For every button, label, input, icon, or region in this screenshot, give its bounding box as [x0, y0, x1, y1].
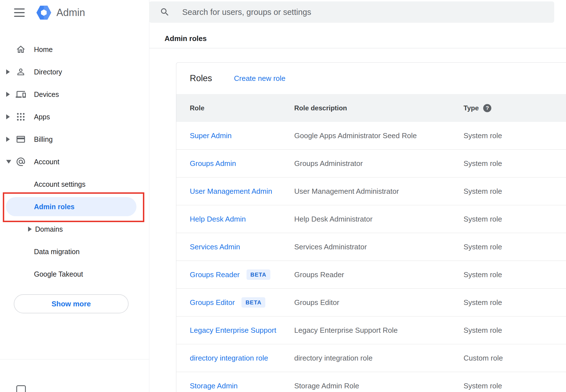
devices-icon: [16, 89, 26, 99]
role-cell: Groups Editor BETA: [190, 297, 265, 308]
role-cell: User Management Admin: [190, 187, 272, 196]
menu-icon[interactable]: [14, 8, 25, 17]
beta-badge: BETA: [241, 297, 265, 308]
role-cell: Help Desk Admin: [190, 215, 246, 224]
role-link[interactable]: Storage Admin: [190, 382, 238, 390]
role-link[interactable]: Groups Editor: [190, 298, 235, 307]
expand-arrow-icon[interactable]: [6, 92, 10, 97]
table-row: User Management Admin User Management Ad…: [176, 177, 566, 205]
sidebar-item-label: Billing: [34, 135, 53, 143]
card-header: Roles Create new role: [176, 63, 566, 94]
role-link[interactable]: Help Desk Admin: [190, 215, 246, 224]
home-icon: [16, 44, 26, 54]
search-icon[interactable]: [160, 7, 170, 17]
sidebar-item-domains[interactable]: Domains: [0, 218, 149, 240]
brand[interactable]: Admin: [36, 5, 85, 20]
search-bar: [149, 1, 554, 23]
sidebar-nav: Home Directory Devices: [0, 38, 149, 285]
role-link[interactable]: Services Admin: [190, 243, 240, 251]
role-type: System role: [464, 270, 502, 279]
role-cell: Legacy Enterprise Support: [190, 326, 276, 335]
sidebar-item-billing[interactable]: Billing: [0, 128, 149, 151]
role-description: Google Apps Administrator Seed Role: [294, 131, 417, 140]
role-description: Storage Admin Role: [294, 382, 359, 390]
role-description: directory integration role: [294, 354, 373, 363]
role-link[interactable]: Legacy Enterprise Support: [190, 326, 276, 335]
page-title: Roles: [190, 73, 212, 83]
help-icon[interactable]: ?: [483, 104, 491, 112]
role-link[interactable]: Super Admin: [190, 131, 232, 140]
role-type: System role: [464, 187, 502, 196]
sidebar-item-label: Directory: [34, 68, 62, 76]
column-header-type: Type ?: [464, 104, 491, 112]
sidebar-item-label: Admin roles: [34, 203, 74, 211]
partial-sidebar-icon: [16, 385, 26, 392]
brand-name: Admin: [56, 7, 85, 19]
role-link[interactable]: Groups Admin: [190, 159, 236, 168]
roles-table-body: Super Admin Google Apps Administrator Se…: [176, 122, 566, 392]
sidebar-item-label: Domains: [35, 225, 63, 233]
table-row: directory integration role directory int…: [176, 344, 566, 372]
sidebar-item-home[interactable]: Home: [0, 38, 149, 61]
sidebar-header: Admin: [0, 0, 149, 25]
role-cell: Groups Reader BETA: [190, 270, 270, 280]
billing-icon: [16, 134, 26, 144]
sidebar-item-devices[interactable]: Devices: [0, 83, 149, 106]
apps-icon: [16, 112, 26, 122]
role-type: System role: [464, 298, 502, 307]
role-type: System role: [464, 326, 502, 335]
role-description: Groups Editor: [294, 298, 339, 307]
role-cell: directory integration role: [190, 354, 268, 363]
table-row: Groups Editor BETA Groups Editor System …: [176, 289, 566, 316]
table-row: Legacy Enterprise Support Legacy Enterpr…: [176, 316, 566, 344]
sidebar-item-admin-roles[interactable]: Admin roles: [0, 195, 149, 218]
sidebar-item-data-migration[interactable]: Data migration: [0, 240, 149, 263]
table-row: Services Admin Services Administrator Sy…: [176, 233, 566, 261]
role-cell: Services Admin: [190, 243, 240, 251]
role-type: System role: [464, 243, 502, 251]
show-more-button[interactable]: Show more: [14, 294, 129, 313]
sidebar-item-google-takeout[interactable]: Google Takeout: [0, 263, 149, 285]
admin-logo-icon: [36, 5, 52, 20]
column-header-description: Role description: [294, 104, 347, 112]
expand-arrow-icon[interactable]: [6, 69, 10, 74]
at-icon: [16, 157, 26, 167]
role-description: User Management Administrator: [294, 187, 399, 196]
sidebar: Admin Home Directory: [0, 0, 149, 392]
role-description: Groups Administrator: [294, 159, 363, 168]
role-cell: Groups Admin: [190, 159, 236, 168]
sidebar-item-account[interactable]: Account: [0, 151, 149, 173]
table-row: Help Desk Admin Help Desk Administrator …: [176, 205, 566, 233]
expand-arrow-icon[interactable]: [28, 227, 32, 232]
collapse-arrow-icon[interactable]: [6, 160, 11, 164]
beta-badge: BETA: [247, 270, 270, 280]
sidebar-item-label: Devices: [34, 90, 59, 99]
expand-arrow-icon[interactable]: [6, 137, 10, 142]
role-type: System role: [464, 215, 502, 224]
table-row: Storage Admin Storage Admin Role System …: [176, 372, 566, 392]
role-type: System role: [464, 159, 502, 168]
role-link[interactable]: Groups Reader: [190, 270, 240, 279]
table-row: Groups Admin Groups Administrator System…: [176, 150, 566, 177]
create-new-role-link[interactable]: Create new role: [234, 74, 286, 83]
role-link[interactable]: directory integration role: [190, 354, 268, 363]
table-row: Super Admin Google Apps Administrator Se…: [176, 122, 566, 150]
header-divider: [149, 48, 566, 48]
role-type: System role: [464, 131, 502, 140]
role-description: Services Administrator: [294, 243, 367, 251]
sidebar-item-apps[interactable]: Apps: [0, 106, 149, 128]
search-input[interactable]: [182, 7, 554, 17]
table-row: Groups Reader BETA Groups Reader System …: [176, 261, 566, 289]
role-cell: Super Admin: [190, 131, 232, 140]
role-description: Groups Reader: [294, 270, 344, 279]
sidebar-item-account-settings[interactable]: Account settings: [0, 173, 149, 195]
sidebar-item-directory[interactable]: Directory: [0, 61, 149, 83]
role-description: Help Desk Administrator: [294, 215, 373, 224]
role-link[interactable]: User Management Admin: [190, 187, 272, 196]
expand-arrow-icon[interactable]: [6, 114, 10, 119]
role-cell: Storage Admin: [190, 382, 238, 390]
role-description: Legacy Enterprise Support Role: [294, 326, 398, 335]
role-type: System role: [464, 382, 502, 390]
sidebar-item-label: Apps: [34, 113, 50, 121]
table-header: Role Role description Type ?: [176, 94, 566, 122]
